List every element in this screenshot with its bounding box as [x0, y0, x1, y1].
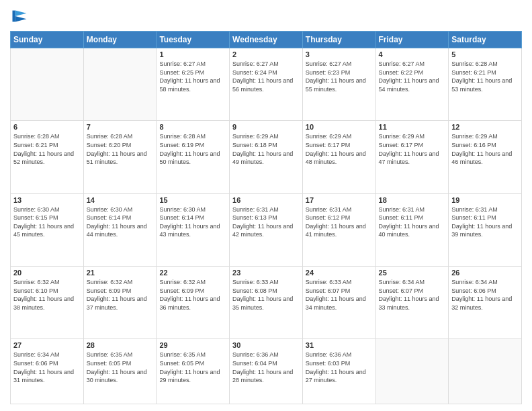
- calendar-week-row: 13Sunrise: 6:30 AMSunset: 6:15 PMDayligh…: [11, 193, 522, 266]
- calendar-week-row: 1Sunrise: 6:27 AMSunset: 6:25 PMDaylight…: [11, 48, 522, 121]
- calendar-cell: 31Sunrise: 6:36 AMSunset: 6:03 PMDayligh…: [302, 339, 375, 404]
- day-number: 11: [379, 123, 446, 131]
- calendar-cell: [83, 48, 157, 121]
- day-info: Sunrise: 6:36 AMSunset: 6:04 PMDaylight:…: [232, 351, 300, 384]
- day-info: Sunrise: 6:28 AMSunset: 6:21 PMDaylight:…: [13, 132, 81, 166]
- calendar-cell: [375, 339, 449, 404]
- calendar-cell: 29Sunrise: 6:35 AMSunset: 6:05 PMDayligh…: [157, 339, 230, 404]
- calendar-cell: 7Sunrise: 6:28 AMSunset: 6:20 PMDaylight…: [83, 121, 157, 193]
- day-info: Sunrise: 6:33 AMSunset: 6:08 PMDaylight:…: [232, 278, 300, 312]
- day-number: 25: [379, 269, 446, 277]
- calendar-cell: 19Sunrise: 6:31 AMSunset: 6:11 PMDayligh…: [449, 193, 522, 266]
- day-info: Sunrise: 6:31 AMSunset: 6:12 PMDaylight:…: [306, 205, 373, 239]
- calendar-cell: 21Sunrise: 6:32 AMSunset: 6:09 PMDayligh…: [83, 266, 157, 338]
- day-number: 31: [306, 341, 373, 349]
- weekday-header: Wednesday: [230, 32, 303, 48]
- day-info: Sunrise: 6:27 AMSunset: 6:24 PMDaylight:…: [232, 60, 300, 93]
- day-info: Sunrise: 6:29 AMSunset: 6:17 PMDaylight:…: [379, 132, 446, 166]
- calendar-cell: 9Sunrise: 6:29 AMSunset: 6:18 PMDaylight…: [230, 121, 303, 193]
- day-number: 15: [159, 196, 226, 204]
- calendar-body: 1Sunrise: 6:27 AMSunset: 6:25 PMDaylight…: [11, 48, 522, 404]
- day-number: 18: [379, 196, 446, 204]
- day-number: 23: [232, 269, 300, 277]
- weekday-header: Monday: [83, 32, 157, 48]
- day-info: Sunrise: 6:30 AMSunset: 6:15 PMDaylight:…: [13, 205, 81, 239]
- calendar-cell: 23Sunrise: 6:33 AMSunset: 6:08 PMDayligh…: [230, 266, 303, 338]
- header: [10, 7, 522, 26]
- day-info: Sunrise: 6:35 AMSunset: 6:05 PMDaylight:…: [159, 351, 226, 384]
- calendar-cell: 15Sunrise: 6:30 AMSunset: 6:14 PMDayligh…: [157, 193, 230, 266]
- day-info: Sunrise: 6:29 AMSunset: 6:18 PMDaylight:…: [232, 132, 300, 166]
- calendar-cell: 5Sunrise: 6:28 AMSunset: 6:21 PMDaylight…: [449, 48, 522, 121]
- day-number: 1: [159, 50, 226, 58]
- logo: [10, 7, 32, 26]
- weekday-header: Sunday: [11, 32, 84, 48]
- calendar-cell: 24Sunrise: 6:33 AMSunset: 6:07 PMDayligh…: [302, 266, 375, 338]
- day-info: Sunrise: 6:28 AMSunset: 6:19 PMDaylight:…: [159, 132, 226, 166]
- calendar-table: SundayMondayTuesdayWednesdayThursdayFrid…: [10, 31, 522, 404]
- day-number: 17: [306, 196, 373, 204]
- weekday-header: Tuesday: [157, 32, 230, 48]
- calendar-cell: 11Sunrise: 6:29 AMSunset: 6:17 PMDayligh…: [375, 121, 449, 193]
- calendar-cell: 10Sunrise: 6:29 AMSunset: 6:17 PMDayligh…: [302, 121, 375, 193]
- calendar-cell: 1Sunrise: 6:27 AMSunset: 6:25 PMDaylight…: [157, 48, 230, 121]
- day-info: Sunrise: 6:27 AMSunset: 6:25 PMDaylight:…: [159, 60, 226, 93]
- calendar-cell: 28Sunrise: 6:35 AMSunset: 6:05 PMDayligh…: [83, 339, 157, 404]
- calendar-cell: 3Sunrise: 6:27 AMSunset: 6:23 PMDaylight…: [302, 48, 375, 121]
- calendar-cell: 16Sunrise: 6:31 AMSunset: 6:13 PMDayligh…: [230, 193, 303, 266]
- day-number: 14: [87, 196, 154, 204]
- day-info: Sunrise: 6:28 AMSunset: 6:20 PMDaylight:…: [87, 132, 154, 166]
- calendar-cell: 14Sunrise: 6:30 AMSunset: 6:14 PMDayligh…: [83, 193, 157, 266]
- day-number: 26: [451, 269, 519, 277]
- day-number: 10: [306, 123, 373, 131]
- day-number: 19: [451, 196, 519, 204]
- day-number: 6: [13, 123, 81, 131]
- day-number: 4: [379, 50, 446, 58]
- day-number: 21: [87, 269, 154, 277]
- day-info: Sunrise: 6:35 AMSunset: 6:05 PMDaylight:…: [87, 351, 154, 384]
- calendar-cell: [449, 339, 522, 404]
- calendar-cell: 4Sunrise: 6:27 AMSunset: 6:22 PMDaylight…: [375, 48, 449, 121]
- day-number: 24: [306, 269, 373, 277]
- calendar-week-row: 6Sunrise: 6:28 AMSunset: 6:21 PMDaylight…: [11, 121, 522, 193]
- logo-icon: [10, 7, 29, 26]
- calendar-cell: 18Sunrise: 6:31 AMSunset: 6:11 PMDayligh…: [375, 193, 449, 266]
- day-info: Sunrise: 6:34 AMSunset: 6:06 PMDaylight:…: [13, 351, 81, 384]
- day-info: Sunrise: 6:30 AMSunset: 6:14 PMDaylight:…: [159, 205, 226, 239]
- calendar-cell: 2Sunrise: 6:27 AMSunset: 6:24 PMDaylight…: [230, 48, 303, 121]
- day-info: Sunrise: 6:27 AMSunset: 6:23 PMDaylight:…: [306, 60, 373, 93]
- svg-rect-0: [13, 11, 15, 22]
- calendar-cell: [11, 48, 84, 121]
- day-number: 7: [87, 123, 154, 131]
- day-info: Sunrise: 6:34 AMSunset: 6:07 PMDaylight:…: [379, 278, 446, 312]
- day-info: Sunrise: 6:36 AMSunset: 6:03 PMDaylight:…: [306, 351, 373, 384]
- weekday-header: Friday: [375, 32, 449, 48]
- calendar-header-row: SundayMondayTuesdayWednesdayThursdayFrid…: [11, 32, 522, 48]
- day-number: 5: [451, 50, 519, 58]
- day-number: 16: [232, 196, 300, 204]
- day-number: 22: [159, 269, 226, 277]
- calendar-cell: 27Sunrise: 6:34 AMSunset: 6:06 PMDayligh…: [11, 339, 84, 404]
- calendar-week-row: 20Sunrise: 6:32 AMSunset: 6:10 PMDayligh…: [11, 266, 522, 338]
- calendar-cell: 8Sunrise: 6:28 AMSunset: 6:19 PMDaylight…: [157, 121, 230, 193]
- day-info: Sunrise: 6:30 AMSunset: 6:14 PMDaylight:…: [87, 205, 154, 239]
- day-info: Sunrise: 6:29 AMSunset: 6:17 PMDaylight:…: [306, 132, 373, 166]
- day-number: 2: [232, 50, 300, 58]
- day-number: 29: [159, 341, 226, 349]
- day-info: Sunrise: 6:32 AMSunset: 6:09 PMDaylight:…: [159, 278, 226, 312]
- day-number: 12: [451, 123, 519, 131]
- day-number: 8: [159, 123, 226, 131]
- calendar-week-row: 27Sunrise: 6:34 AMSunset: 6:06 PMDayligh…: [11, 339, 522, 404]
- day-number: 20: [13, 269, 81, 277]
- day-number: 30: [232, 341, 300, 349]
- day-info: Sunrise: 6:29 AMSunset: 6:16 PMDaylight:…: [451, 132, 519, 166]
- day-info: Sunrise: 6:28 AMSunset: 6:21 PMDaylight:…: [451, 60, 519, 93]
- day-info: Sunrise: 6:34 AMSunset: 6:06 PMDaylight:…: [451, 278, 519, 312]
- day-info: Sunrise: 6:27 AMSunset: 6:22 PMDaylight:…: [379, 60, 446, 93]
- calendar-cell: 22Sunrise: 6:32 AMSunset: 6:09 PMDayligh…: [157, 266, 230, 338]
- day-number: 27: [13, 341, 81, 349]
- calendar-cell: 13Sunrise: 6:30 AMSunset: 6:15 PMDayligh…: [11, 193, 84, 266]
- calendar-cell: 12Sunrise: 6:29 AMSunset: 6:16 PMDayligh…: [449, 121, 522, 193]
- calendar-cell: 25Sunrise: 6:34 AMSunset: 6:07 PMDayligh…: [375, 266, 449, 338]
- weekday-header: Saturday: [449, 32, 522, 48]
